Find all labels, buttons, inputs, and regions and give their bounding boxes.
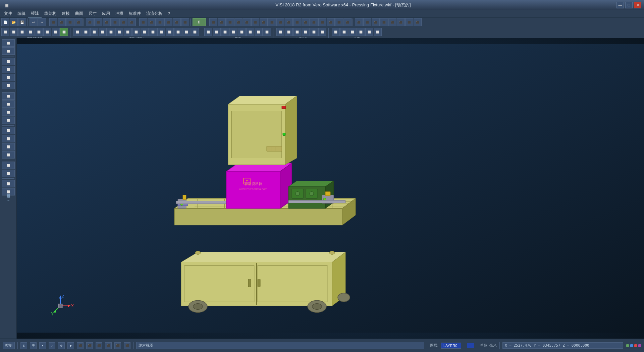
sb-icon-7[interactable]: ⬛ (77, 342, 84, 349)
tb-btn-27[interactable]: ⬛ (268, 18, 276, 26)
tb-view-2[interactable]: ⬜ (10, 28, 18, 36)
left-btn-8[interactable]: ⬜ (2, 100, 15, 108)
left-btn-10[interactable]: ⬜ (2, 117, 15, 124)
tb-view-4[interactable]: ⬜ (26, 28, 35, 36)
left-btn-11[interactable]: ⬜ (2, 127, 15, 134)
tb-wp-6[interactable]: ⬜ (318, 28, 326, 36)
left-btn-6[interactable]: ⬜ (2, 82, 15, 89)
left-btn-17[interactable]: ⬜ (2, 180, 15, 187)
tb-btn-7[interactable]: ⬛ (86, 18, 94, 26)
tb-btn-25[interactable]: ⬛ (251, 18, 259, 26)
tb-btn-15[interactable]: ⬛ (156, 18, 164, 26)
tb-btn-33[interactable]: ⬛ (318, 18, 326, 26)
tb-shade-7[interactable]: ⬜ (124, 28, 132, 36)
tb-btn-9[interactable]: ⬛ (103, 18, 111, 26)
menu-apply[interactable]: 标准件 (126, 10, 144, 17)
tb-btn-23[interactable]: ⬛ (234, 18, 243, 26)
tb-btn-44[interactable]: ⬛ (414, 18, 422, 26)
tb-shade-10[interactable]: ⬜ (149, 28, 157, 36)
tb-btn-24[interactable]: ⬛ (243, 18, 251, 26)
left-btn-7[interactable]: ⬜ (2, 92, 15, 100)
tb-undo[interactable]: ↩ (30, 18, 38, 26)
tb-btn-16[interactable]: ⬛ (164, 18, 172, 26)
tb-shade-1[interactable]: ⬜ (73, 28, 82, 36)
tb-btn-6[interactable]: ⬛ (74, 18, 83, 26)
sb-icon-1[interactable]: S (20, 342, 27, 349)
tb-wp-1[interactable]: ⬜ (276, 28, 284, 36)
status-layer[interactable]: LAYER0 (441, 343, 461, 349)
tb-view-5[interactable]: ⬜ (35, 28, 43, 36)
tb-btn-21[interactable]: ⬛ (218, 18, 226, 26)
tb-shade-15[interactable]: ⬜ (191, 28, 199, 36)
menu-surface[interactable]: 建模 (59, 10, 72, 17)
tb-btn-41[interactable]: ⬛ (388, 18, 396, 26)
tb-dir-4[interactable]: ⬜ (229, 28, 237, 36)
tb-btn-32[interactable]: ⬛ (310, 18, 318, 26)
sb-icon-6[interactable]: ▶ (67, 342, 74, 349)
left-btn-12[interactable]: ⬜ (2, 135, 15, 142)
tb-btn-17[interactable]: ⬛ (173, 18, 181, 26)
tb-btn-22[interactable]: ⬛ (226, 18, 234, 26)
tb-btn-35[interactable]: ⬛ (335, 18, 343, 26)
tb-shade-9[interactable]: ⬜ (141, 28, 149, 36)
left-btn-4[interactable]: ⬜ (2, 66, 15, 73)
tb-btn-26[interactable]: ⬛ (260, 18, 268, 26)
tb-sys-1[interactable]: ⬜ (332, 28, 340, 36)
tb-shade-2[interactable]: ⬜ (82, 28, 90, 36)
tb-btn-40[interactable]: ⬛ (380, 18, 388, 26)
tb-dir-3[interactable]: ⬜ (221, 28, 229, 36)
tb-btn-5[interactable]: ⬛ (66, 18, 74, 26)
tb-btn-10[interactable]: ⬛ (111, 18, 119, 26)
tb-btn-11[interactable]: ⬛ (119, 18, 127, 26)
tb-wp-3[interactable]: ⬜ (293, 28, 301, 36)
tb-btn-34[interactable]: ⬛ (327, 18, 335, 26)
tb-btn-4[interactable]: ⬛ (58, 18, 66, 26)
sb-icon-2[interactable]: 中 (30, 342, 37, 349)
tb-wp-4[interactable]: ⬜ (302, 28, 310, 36)
tb-btn-18[interactable]: ⬛ (181, 18, 189, 26)
tb-sys-5[interactable]: ⬜ (365, 28, 373, 36)
tb-shade-13[interactable]: ⬜ (174, 28, 182, 36)
tb-redo[interactable]: ↪ (38, 18, 46, 26)
tb-view-8[interactable]: ⬜ (60, 28, 68, 36)
tb-shade-14[interactable]: ⬜ (182, 28, 191, 36)
menu-model[interactable]: 尺寸 (86, 10, 99, 17)
menu-mesh[interactable]: 线架构 (42, 10, 59, 17)
sb-icon-12[interactable]: ⬛ (124, 342, 130, 349)
left-btn-2[interactable]: ⬜ (2, 47, 15, 55)
sb-icon-3[interactable]: ● (39, 342, 46, 349)
tb-btn-8[interactable]: ⬛ (94, 18, 102, 26)
left-btn-14[interactable]: ⬜ (2, 151, 15, 159)
tb-btn-20[interactable]: ⬛ (209, 18, 217, 26)
sb-icon-4[interactable]: ♪ (49, 342, 55, 349)
menu-curve[interactable]: 应用 (99, 10, 113, 17)
tb-btn-13[interactable]: ⬛ (139, 18, 147, 26)
tb-btn-31[interactable]: ⬛ (302, 18, 310, 26)
tb-btn-43[interactable]: ⬛ (405, 18, 413, 26)
tb-btn-37[interactable]: ⬛ (355, 18, 363, 26)
minimize-button[interactable]: — (616, 2, 624, 8)
tb-view-1[interactable]: ⬜ (1, 28, 9, 36)
tb-dir-6[interactable]: ⬜ (246, 28, 254, 36)
close-button[interactable]: ✕ (634, 2, 641, 8)
tb-shade-8[interactable]: ⬜ (132, 28, 140, 36)
menu-wireframe[interactable]: 标注 (28, 10, 42, 17)
sb-icon-10[interactable]: ⬛ (105, 342, 112, 349)
tb-save[interactable]: 💾 (18, 18, 26, 26)
menu-help[interactable]: ? (165, 11, 173, 17)
menu-file[interactable]: 文件 (1, 10, 15, 17)
sb-icon-11[interactable]: ⬛ (114, 342, 121, 349)
menu-stamp[interactable]: 流流分析 (144, 10, 165, 17)
left-btn-13[interactable]: ⬜ (2, 143, 15, 150)
tb-new[interactable]: 📄 (1, 18, 9, 26)
tb-shade-12[interactable]: ⬜ (166, 28, 174, 36)
left-btn-9[interactable]: ⬜ (2, 108, 15, 116)
sb-icon-8[interactable]: ⬛ (86, 342, 93, 349)
left-btn-3[interactable]: ⬜ (2, 58, 15, 65)
tb-btn-39[interactable]: ⬛ (372, 18, 380, 26)
tb-btn-14[interactable]: ⬛ (148, 18, 156, 26)
tb-view-3[interactable]: ⬜ (18, 28, 26, 36)
tb-shade-6[interactable]: ⬜ (115, 28, 123, 36)
tb-btn-42[interactable]: ⬛ (397, 18, 405, 26)
tb-btn-3[interactable]: ⬛ (49, 18, 57, 26)
